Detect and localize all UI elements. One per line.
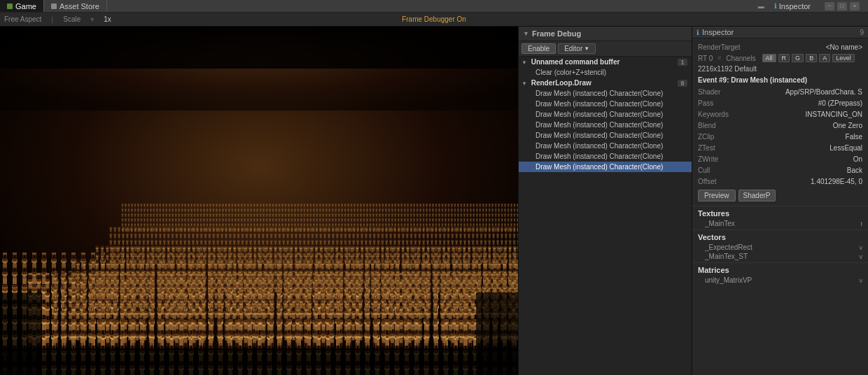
prop-zclip: ZClip False (692, 131, 868, 142)
tab-inspector[interactable]: ℹ Inspector (767, 2, 818, 10)
game-view (0, 27, 518, 375)
vectors-section: Vectors (692, 229, 868, 243)
tree-item-draw-3[interactable]: Draw Mesh (instanced) Character(Clone) (519, 120, 692, 130)
preview-row: Preview ShaderP (692, 187, 868, 204)
inspector-tab-label: Inspector (779, 2, 811, 10)
play-icon (7, 3, 13, 9)
resolution-info: 2216x1192 Default (692, 64, 868, 74)
matrix-unity-vp: unity_MatrixVP v (692, 276, 868, 285)
channels-row: RT 0 # Channels All R G B A Level (692, 52, 868, 64)
render-target-row: RenderTarget <No name> (692, 41, 868, 52)
main-layout: ▼ Frame Debug Enable Editor ▼ ▼ Unnamed … (0, 27, 868, 375)
channel-r-btn[interactable]: R (778, 54, 790, 62)
prop-ztest: ZTest LessEqual (692, 142, 868, 153)
tree-item-unnamed-buffer[interactable]: ▼ Unnamed command buffer 1 (519, 57, 692, 67)
tree-item-draw-4[interactable]: Draw Mesh (instanced) Character(Clone) (519, 130, 692, 141)
prop-shader: Shader App/SRP/BoardChara. S (692, 86, 868, 97)
tree-item-draw-2[interactable]: Draw Mesh (instanced) Character(Clone) (519, 109, 692, 120)
inspector-icon: ℹ (696, 29, 699, 36)
frame-debugger-label: Frame Debugger On (402, 15, 466, 23)
texture-maintex: _MainTex t (692, 219, 868, 228)
tree-item-draw-0[interactable]: Draw Mesh (instanced) Character(Clone) (519, 88, 692, 99)
tree-item-draw-7[interactable]: Draw Mesh (instanced) Character(Clone) (519, 162, 692, 172)
aspect-label: Free Aspect (4, 15, 41, 23)
prop-offset: Offset 1.401298E-45, 0 (692, 176, 868, 187)
svg-rect-14 (121, 204, 518, 233)
crowd-visualization (0, 27, 518, 375)
svg-rect-19 (0, 27, 518, 69)
close-btn[interactable]: × (850, 2, 860, 10)
tree-item-draw-5[interactable]: Draw Mesh (instanced) Character(Clone) (519, 141, 692, 151)
tree-item-renderloop[interactable]: ▼ RenderLoop.Draw 8 (519, 78, 692, 88)
game-canvas (0, 27, 518, 375)
frame-debug-title-text: Frame Debug (532, 29, 581, 38)
tree-item-clear[interactable]: Clear (color+Z+stencil) (519, 67, 692, 78)
editor-button[interactable]: Editor ▼ (558, 43, 596, 54)
inspector-badge: 9 (860, 29, 864, 36)
inspector-title: ℹ Inspector 9 (692, 27, 868, 38)
triangle-icon-2: ▼ (522, 80, 527, 87)
inspector-panel: ℹ Inspector 9 RenderTarget <No name> RT … (692, 27, 868, 375)
rt-label: RT 0 (698, 55, 713, 62)
channel-all-btn[interactable]: All (762, 54, 776, 62)
enable-button[interactable]: Enable (522, 43, 556, 54)
top-bar: Game Asset Store ▬ ℹ Inspector − □ × (0, 0, 868, 13)
prop-pass: Pass #0 (ZPrepass) (692, 97, 868, 108)
tree-item-draw-1[interactable]: Draw Mesh (instanced) Character(Clone) (519, 99, 692, 109)
preview-button[interactable]: Preview (698, 190, 736, 201)
scale-value: 1x (104, 15, 111, 23)
scale-label: Scale (63, 15, 80, 23)
prop-blend: Blend One Zero (692, 120, 868, 131)
channel-b-btn[interactable]: B (806, 54, 817, 62)
inspector-title-text: Inspector (702, 28, 734, 36)
tab-game[interactable]: Game (0, 0, 44, 12)
tab-game-label: Game (15, 2, 36, 10)
prop-keywords: Keywords INSTANCING_ON (692, 108, 868, 120)
frame-debug-panel: ▼ Frame Debug Enable Editor ▼ ▼ Unnamed … (518, 27, 692, 375)
channel-a-btn[interactable]: A (819, 54, 830, 62)
matrices-section: Matrices (692, 262, 868, 276)
second-bar: Free Aspect | Scale ▼ 1x Frame Debugger … (0, 13, 868, 27)
shader-button[interactable]: ShaderP (738, 190, 776, 201)
prop-zwrite: ZWrite On (692, 153, 868, 164)
tab-asset-store[interactable]: Asset Store (44, 0, 107, 12)
maximize-btn[interactable]: □ (837, 2, 847, 10)
render-target-label: RenderTarget (698, 43, 754, 51)
triangle-icon: ▼ (522, 59, 527, 66)
svg-rect-18 (0, 348, 518, 375)
store-icon (51, 3, 57, 9)
frame-debug-toolbar: Enable Editor ▼ (519, 41, 692, 57)
tab-asset-store-label: Asset Store (59, 2, 99, 10)
tree-item-draw-6[interactable]: Draw Mesh (instanced) Character(Clone) (519, 151, 692, 162)
textures-section: Textures (692, 206, 868, 219)
render-target-value: <No name> (754, 43, 862, 51)
vector-maintex-st: _MainTex_ST v (692, 252, 868, 261)
minimize-btn[interactable]: − (825, 2, 834, 10)
channel-g-btn[interactable]: G (792, 54, 804, 62)
vector-expectedrect: _ExpectedRect v (692, 243, 868, 252)
inspector-content: RenderTarget <No name> RT 0 # Channels A… (692, 38, 868, 375)
window-controls: − □ × (820, 2, 864, 10)
event-title: Event #9: Draw Mesh (instanced) (692, 74, 868, 86)
channels-label: Channels (726, 55, 755, 62)
frame-debug-title: ▼ Frame Debug (519, 27, 692, 41)
channel-level-btn[interactable]: Level (832, 54, 855, 62)
frame-tree[interactable]: ▼ Unnamed command buffer 1 Clear (color+… (519, 57, 692, 375)
prop-cull: Cull Back (692, 164, 868, 176)
